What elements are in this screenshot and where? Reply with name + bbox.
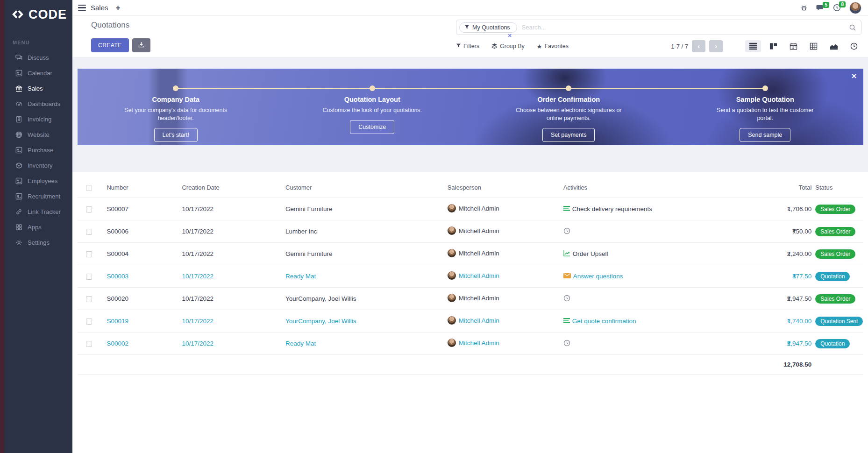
new-tab-button[interactable]: + [116,3,121,13]
column-header-activities[interactable]: Activities [562,178,746,198]
sidebar-item-invoicing[interactable]: Invoicing [4,112,72,127]
sidebar-item-settings[interactable]: Settings [4,235,72,250]
salesperson-avatar [448,271,456,280]
row-checkbox[interactable] [86,229,92,235]
create-button[interactable]: CREATE [91,38,129,52]
invoicing-icon [14,115,23,124]
search-facet-my-quotations[interactable]: My Quotations ✕ [459,22,517,33]
top-navbar: Sales + 5 8 [72,0,868,16]
activity-cell[interactable]: Order Upsell [563,250,608,258]
sidebar-item-website[interactable]: Website [4,127,72,142]
table-row[interactable]: S00002 10/17/2022 Ready Mat Mitchell Adm… [78,333,863,355]
list-view-button[interactable] [745,40,761,52]
send-sample-button[interactable]: Send sample [740,128,790,142]
brand-logo[interactable]: CODE [4,0,72,36]
content-band: ✕ Company Data Set your company's data f… [72,57,868,172]
activity-cell[interactable]: Answer questions [563,273,623,280]
table-row[interactable]: S00019 10/17/2022 YourCompany, Joel Will… [78,310,863,333]
activity-cell[interactable] [563,295,570,303]
set-payments-button[interactable]: Set payments [542,128,595,142]
filters-menu[interactable]: Filters [456,43,479,50]
clock-icon [563,295,570,303]
step-dot [566,85,571,91]
sidebar-item-inventory[interactable]: Inventory [4,158,72,173]
active-app-name[interactable]: Sales [91,4,108,12]
table-row[interactable]: S00006 10/17/2022 Lumber Inc Mitchell Ad… [78,220,863,243]
clock-icon [563,227,570,236]
pager-previous-button[interactable]: ‹ [692,40,705,52]
activity-cell[interactable] [563,340,570,348]
debug-bug-icon[interactable] [800,4,808,12]
brand-name: CODE [28,7,67,22]
column-header-creation-date[interactable]: Creation Date [180,178,284,198]
pivot-view-button[interactable] [806,40,821,52]
line-chart-icon [563,250,570,258]
user-avatar[interactable] [849,2,861,14]
customize-button[interactable]: Customize [350,120,394,134]
step-dot [173,85,178,91]
sidebar-item-link-tracker[interactable]: Link Tracker [4,204,72,219]
star-icon: ★ [537,43,542,50]
pager-next-button[interactable]: › [709,40,723,52]
sidebar-section-label: MENU [4,36,72,50]
search-bar[interactable]: My Quotations ✕ Search... [456,20,861,35]
calendar-view-button[interactable] [786,40,801,52]
row-checkbox[interactable] [86,341,92,347]
activity-cell[interactable] [563,227,570,236]
activities-clock-icon[interactable]: 8 [833,4,841,12]
search-input[interactable]: Search... [522,24,849,31]
remove-facet-icon[interactable]: ✕ [507,33,512,39]
table-row[interactable]: S00004 10/17/2022 Gemini Furniture Mitch… [78,243,863,265]
sidebar-item-recruitment[interactable]: Recruitment [4,189,72,204]
onboarding-step-sample-quotation: Sample Quotation Send a quotation to tes… [667,69,864,145]
salesperson-avatar [448,294,456,302]
dashboards-icon [14,100,23,108]
favorites-menu[interactable]: ★ Favorites [537,43,569,50]
select-all-checkbox[interactable] [86,185,92,191]
link-tracker-icon [14,208,23,216]
sidebar-item-sales[interactable]: Sales [4,81,72,96]
column-header-total[interactable]: Total [746,178,814,198]
kanban-view-button[interactable] [766,40,781,52]
table-row[interactable]: S00007 10/17/2022 Gemini Furniture Mitch… [78,198,863,220]
magnifier-icon[interactable] [849,24,856,31]
activity-view-button[interactable] [847,40,861,52]
table-header-row: Number Creation Date Customer Salesperso… [78,178,863,198]
employees-icon [14,177,23,185]
activity-cell[interactable]: Check delivery requirements [563,205,652,213]
export-button[interactable] [132,38,150,52]
control-panel: Quotations CREATE My Quotations ✕ Search… [72,16,868,57]
row-checkbox[interactable] [86,319,92,325]
menu-toggle-icon[interactable] [78,5,86,11]
step-dot [370,85,375,91]
sidebar-item-discuss[interactable]: Discuss [4,50,72,65]
lets-start-button[interactable]: Let's start! [154,128,198,142]
table-row[interactable]: S00020 10/17/2022 YourCompany, Joel Will… [78,288,863,310]
column-header-customer[interactable]: Customer [284,178,446,198]
messages-icon[interactable]: 5 [816,4,825,12]
salesperson-avatar [448,249,456,257]
column-header-number[interactable]: Number [105,178,180,198]
sidebar-item-purchase[interactable]: Purchase [4,142,72,158]
status-badge: Sales Order [815,249,855,259]
row-checkbox[interactable] [86,206,92,212]
sidebar-item-employees[interactable]: Employees [4,173,72,189]
row-checkbox[interactable] [86,274,92,280]
row-checkbox[interactable] [86,251,92,257]
activity-cell[interactable]: Get quote confirmation [563,318,636,325]
column-header-salesperson[interactable]: Salesperson [446,178,562,198]
salesperson-avatar [448,226,456,235]
sidebar-item-dashboards[interactable]: Dashboards [4,96,72,112]
group-by-menu[interactable]: Group By [491,43,525,50]
recruitment-icon [14,192,23,201]
sidebar-item-calendar[interactable]: Calendar [4,65,72,81]
graph-view-button[interactable] [826,40,842,52]
sidebar: CODE MENU Discuss Calendar Sales Dashboa… [4,0,72,453]
salesperson-avatar [448,339,456,347]
salesperson-avatar [448,204,456,212]
table-row[interactable]: S00003 10/17/2022 Ready Mat Mitchell Adm… [78,265,863,288]
row-checkbox[interactable] [86,296,92,302]
sidebar-item-apps[interactable]: Apps [4,219,72,235]
table-footer-row: 12,708.50 [78,355,863,375]
column-header-status[interactable]: Status [813,178,863,198]
